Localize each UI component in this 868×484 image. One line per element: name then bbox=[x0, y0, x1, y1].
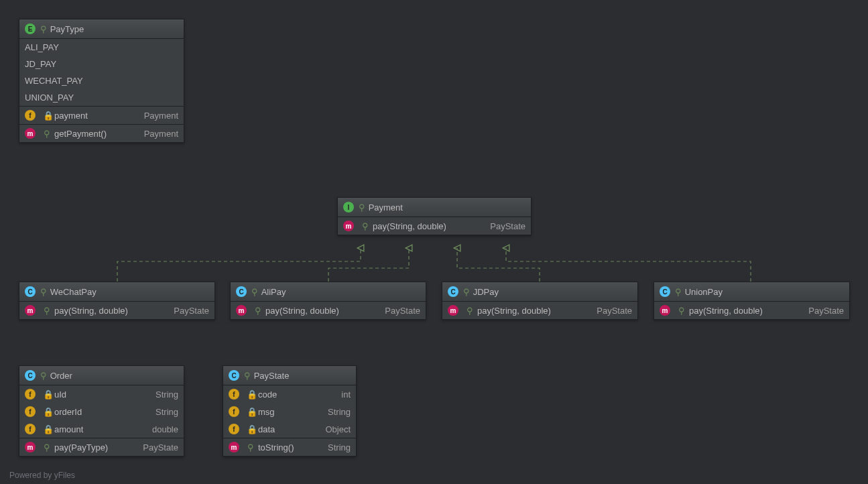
class-icon: C bbox=[229, 370, 239, 381]
visibility-icon: ⚲ bbox=[43, 306, 51, 316]
class-name: Order bbox=[50, 371, 72, 381]
visibility-icon: ⚲ bbox=[247, 442, 255, 452]
method-row: m⚲getPayment() Payment bbox=[19, 124, 184, 142]
method-icon: m bbox=[25, 305, 36, 316]
method-icon: m bbox=[236, 305, 247, 316]
enum-value: WECHAT_PAY bbox=[19, 72, 184, 89]
field-icon: f bbox=[229, 406, 239, 417]
method-icon: m bbox=[448, 305, 458, 316]
class-name: AliPay bbox=[261, 287, 286, 297]
class-paytype[interactable]: E ⚲ PayType ALI_PAY JD_PAY WECHAT_PAY UN… bbox=[19, 19, 184, 143]
visibility-icon: ⚲ bbox=[40, 24, 48, 34]
lock-icon: 🔒 bbox=[247, 407, 255, 417]
method-icon: m bbox=[343, 221, 354, 231]
visibility-icon: ⚲ bbox=[462, 287, 471, 297]
interface-icon: I bbox=[343, 202, 354, 213]
method-row: m⚲pay(String, double) PayState bbox=[338, 217, 531, 235]
class-name: PayState bbox=[254, 371, 290, 381]
visibility-icon: ⚲ bbox=[254, 306, 262, 316]
class-name: JDPay bbox=[473, 287, 499, 297]
field-icon: f bbox=[25, 424, 36, 434]
field-icon: f bbox=[25, 406, 36, 417]
lock-icon: 🔒 bbox=[247, 389, 255, 400]
class-unionpay[interactable]: C ⚲ UnionPay m⚲pay(String, double) PaySt… bbox=[654, 282, 850, 320]
visibility-icon: ⚲ bbox=[40, 371, 48, 381]
field-row: f🔒orderId String bbox=[19, 403, 184, 420]
class-title: C ⚲ Order bbox=[19, 366, 184, 385]
class-name: UnionPay bbox=[685, 287, 723, 297]
visibility-icon: ⚲ bbox=[674, 287, 682, 297]
class-jdpay[interactable]: C ⚲ JDPay m⚲pay(String, double) PayState bbox=[442, 282, 638, 320]
method-row: m⚲pay(String, double) PayState bbox=[442, 302, 637, 319]
class-name: PayType bbox=[50, 24, 84, 34]
method-row: m⚲pay(String, double) PayState bbox=[231, 302, 426, 319]
class-icon: C bbox=[660, 286, 670, 297]
class-name: Payment bbox=[369, 202, 403, 213]
field-row: f🔒msg String bbox=[223, 403, 356, 420]
lock-icon: 🔒 bbox=[43, 424, 51, 434]
class-payment[interactable]: I ⚲ Payment m⚲pay(String, double) PaySta… bbox=[337, 197, 532, 235]
field-row: f🔒data Object bbox=[223, 420, 356, 438]
class-title: C ⚲ PayState bbox=[223, 366, 356, 385]
class-title: C ⚲ WeChatPay bbox=[19, 282, 214, 302]
class-icon: C bbox=[236, 286, 247, 297]
class-alipay[interactable]: C ⚲ AliPay m⚲pay(String, double) PayStat… bbox=[230, 282, 426, 320]
method-icon: m bbox=[660, 305, 670, 316]
class-order[interactable]: C ⚲ Order f🔒uId String f🔒orderId String … bbox=[19, 365, 184, 457]
field-icon: f bbox=[229, 424, 239, 434]
enum-value: UNION_PAY bbox=[19, 89, 184, 106]
method-icon: m bbox=[25, 442, 36, 452]
field-icon: f bbox=[25, 389, 36, 400]
lock-icon: 🔒 bbox=[43, 389, 51, 400]
method-row: m⚲pay(String, double) PayState bbox=[19, 302, 214, 319]
class-icon: C bbox=[25, 286, 36, 297]
visibility-icon: ⚲ bbox=[40, 287, 48, 297]
lock-icon: 🔒 bbox=[43, 111, 51, 121]
class-title: C ⚲ JDPay bbox=[442, 282, 637, 302]
method-icon: m bbox=[229, 442, 239, 452]
method-row: m⚲pay(PayType) PayState bbox=[19, 438, 184, 456]
field-row: f🔒uId String bbox=[19, 385, 184, 403]
class-wechatpay[interactable]: C ⚲ WeChatPay m⚲pay(String, double) PayS… bbox=[19, 282, 215, 320]
class-title: I ⚲ Payment bbox=[338, 198, 531, 217]
class-paystate[interactable]: C ⚲ PayState f🔒code int f🔒msg String f🔒d… bbox=[223, 365, 357, 457]
visibility-icon: ⚲ bbox=[678, 306, 686, 316]
field-icon: f bbox=[25, 110, 36, 121]
visibility-icon: ⚲ bbox=[43, 129, 51, 139]
lock-icon: 🔒 bbox=[43, 407, 51, 417]
class-icon: C bbox=[25, 370, 36, 381]
class-title: C ⚲ AliPay bbox=[231, 282, 426, 302]
visibility-icon: ⚲ bbox=[466, 306, 474, 316]
footer-attribution: Powered by yFiles bbox=[9, 471, 75, 480]
class-title: E ⚲ PayType bbox=[19, 19, 184, 39]
visibility-icon: ⚲ bbox=[243, 371, 251, 381]
lock-icon: 🔒 bbox=[247, 424, 255, 434]
method-row: m⚲toString() String bbox=[223, 438, 356, 456]
diagram-canvas[interactable]: E ⚲ PayType ALI_PAY JD_PAY WECHAT_PAY UN… bbox=[0, 0, 868, 484]
visibility-icon: ⚲ bbox=[358, 202, 366, 213]
method-row: m⚲pay(String, double) PayState bbox=[654, 302, 849, 319]
enum-icon: E bbox=[25, 23, 36, 34]
field-row: f🔒payment Payment bbox=[19, 106, 184, 124]
class-icon: C bbox=[448, 286, 458, 297]
enum-value: JD_PAY bbox=[19, 56, 184, 72]
visibility-icon: ⚲ bbox=[43, 442, 51, 452]
field-icon: f bbox=[229, 389, 239, 400]
class-title: C ⚲ UnionPay bbox=[654, 282, 849, 302]
method-icon: m bbox=[25, 128, 36, 139]
class-name: WeChatPay bbox=[50, 287, 97, 297]
visibility-icon: ⚲ bbox=[251, 287, 259, 297]
visibility-icon: ⚲ bbox=[361, 221, 369, 231]
field-row: f🔒amount double bbox=[19, 420, 184, 438]
enum-value: ALI_PAY bbox=[19, 39, 184, 56]
field-row: f🔒code int bbox=[223, 385, 356, 403]
